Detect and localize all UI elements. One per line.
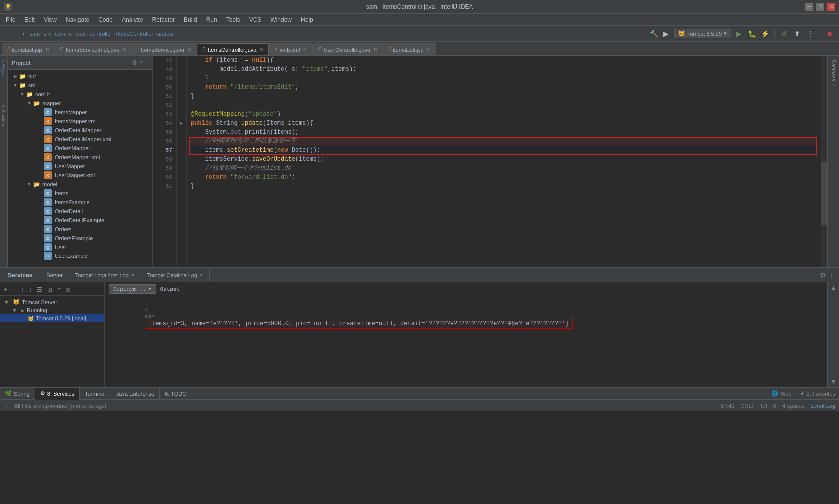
tab-close-localhost[interactable]: ✕ xyxy=(131,272,135,278)
scroll-down-button[interactable]: ▼ xyxy=(829,376,839,387)
bottom-tab-server[interactable]: Server xyxy=(40,268,69,282)
tab-close-itemsserviceimpl[interactable]: ✕ xyxy=(122,47,126,52)
service-tomcat-instance[interactable]: 🐱 Tomcat 8.5.29 [local] xyxy=(0,314,104,322)
tree-item-ordersmapper[interactable]: C OrdersMapper xyxy=(8,144,152,153)
rebuild-button[interactable]: 🔨 xyxy=(649,28,660,39)
menu-edit[interactable]: Edit xyxy=(20,15,39,24)
footer-tab-todo[interactable]: 6: TODO xyxy=(160,388,192,400)
run-config-button[interactable]: ▶ xyxy=(661,28,672,39)
tree-item-ordersmapper-xml[interactable]: X OrdersMapper.xml xyxy=(8,153,152,162)
run-button[interactable]: ▶ xyxy=(733,28,744,39)
code-content[interactable]: if (items != null){ model.addAttribute( … xyxy=(187,56,821,267)
tab-itemsservice[interactable]: I ItemsService.java ✕ xyxy=(132,43,197,55)
tab-close-itemsservice[interactable]: ✕ xyxy=(187,47,191,52)
deploy-button[interactable]: Deploym... ▾ xyxy=(109,284,156,294)
code-view[interactable]: 47 48 49 50 51 52 53 54 ▶ 55 56 57 58 59… xyxy=(153,56,827,267)
run-with-coverage[interactable]: ⚡ xyxy=(759,28,770,39)
svc-remove-button[interactable]: − xyxy=(10,285,18,294)
panel-settings-button[interactable]: ⚙ xyxy=(820,271,826,279)
footer-tab-java-enterprise[interactable]: Java Enterprise xyxy=(111,388,160,400)
activity-project[interactable]: 1: Project xyxy=(0,56,7,81)
status-encoding[interactable]: UTF-8 xyxy=(761,403,776,409)
tab-close-itemscontroller[interactable]: ✕ xyxy=(259,47,263,52)
tree-item-orders[interactable]: C Orders xyxy=(8,225,152,234)
tree-item-out[interactable]: ▶ 📁 out xyxy=(8,72,152,81)
tree-item-orderdetail[interactable]: C OrderDetail xyxy=(8,207,152,216)
menu-run[interactable]: Run xyxy=(202,15,221,24)
svc-filter-button[interactable]: ☰ xyxy=(35,285,44,294)
menu-view[interactable]: View xyxy=(40,15,61,24)
tree-item-model[interactable]: ▼ 📂 model xyxy=(8,180,152,189)
project-sort-button[interactable]: ≡ xyxy=(139,59,143,66)
tree-item-usermapper-xml[interactable]: X UserMapper.xml xyxy=(8,171,152,180)
bottom-tab-catalina-log[interactable]: Tomcat Catalina Log ✕ xyxy=(141,268,210,282)
tab-webxml[interactable]: X web.xml ✕ xyxy=(269,43,312,55)
tab-close-webxml[interactable]: ✕ xyxy=(303,47,307,52)
tomcat-dropdown[interactable]: 🐱 Tomcat 8.5.29 ▾ xyxy=(674,29,731,38)
nav-fwd-button[interactable]: → xyxy=(17,28,28,39)
tab-close-itemsedit[interactable]: ✕ xyxy=(427,47,431,52)
tree-item-src[interactable]: ▼ 📁 src xyxy=(8,81,152,90)
tab-close-itemslist[interactable]: ✕ xyxy=(45,47,49,52)
breadcrumb-update[interactable]: update xyxy=(157,31,174,37)
menu-help[interactable]: Help xyxy=(297,15,317,24)
service-running[interactable]: ▼ ▶ Running xyxy=(0,306,104,314)
stop-button[interactable]: ■ xyxy=(824,28,835,39)
tree-item-itemsmapper[interactable]: C ItemsMapper xyxy=(8,108,152,117)
tab-itemscontroller[interactable]: C ItemsController.java ✕ xyxy=(197,43,269,55)
tree-item-items[interactable]: C Items xyxy=(8,189,152,198)
footer-tab-services[interactable]: ⚙ 8: Services xyxy=(35,388,80,400)
menu-vcs[interactable]: VCS xyxy=(245,15,266,24)
tab-itemsedit[interactable]: J itemsEdit.jsp ✕ xyxy=(383,43,436,55)
tab-itemslist[interactable]: J itemsList.jsp ✕ xyxy=(2,43,55,55)
more-button[interactable]: ⋮ xyxy=(805,28,816,39)
tree-item-itemsexample[interactable]: C ItemsExample xyxy=(8,198,152,207)
tree-item-usermapper[interactable]: C UserMapper xyxy=(8,162,152,171)
breadcrumb-src[interactable]: src xyxy=(44,31,51,37)
breadcrumb-ssm[interactable]: ssm xyxy=(30,31,40,37)
svc-settings-icon[interactable]: ≡ xyxy=(55,285,63,294)
svc-plus-button[interactable]: ⊕ xyxy=(64,285,73,294)
footer-tab-spring[interactable]: 🌿 Spring xyxy=(0,388,35,400)
menu-navigate[interactable]: Navigate xyxy=(62,15,93,24)
tree-item-userexample[interactable]: C UserExample xyxy=(8,252,152,260)
menu-analyze[interactable]: Analyze xyxy=(118,15,147,24)
project-collapse-button[interactable]: − xyxy=(145,59,148,66)
event-log[interactable]: Event Log xyxy=(810,403,835,409)
activity-structure[interactable]: 2: Structure xyxy=(0,101,7,130)
svc-down-button[interactable]: ↓ xyxy=(27,285,34,294)
menu-tools[interactable]: Tools xyxy=(222,15,244,24)
menu-window[interactable]: Window xyxy=(266,15,296,24)
tab-close-catalina[interactable]: ✕ xyxy=(199,272,203,278)
menu-refactor[interactable]: Refactor xyxy=(148,15,179,24)
tree-item-orderdetailexample[interactable]: C OrderDetailExample xyxy=(8,216,152,225)
run-gutter[interactable]: ▶ xyxy=(177,119,186,128)
menu-build[interactable]: Build xyxy=(180,15,201,24)
tree-item-ordersexample[interactable]: C OrdersExample xyxy=(8,234,152,243)
breadcrumb-com[interactable]: com xyxy=(55,31,65,37)
tree-item-itemsmapper-xml[interactable]: X ItemsMapper.xml xyxy=(8,117,152,126)
menu-code[interactable]: Code xyxy=(94,15,117,24)
status-indent[interactable]: 4 spaces xyxy=(782,403,804,409)
svc-up-button[interactable]: ↑ xyxy=(19,285,26,294)
tree-item-user[interactable]: C User xyxy=(8,243,152,252)
panel-menu-button[interactable]: ⋮ xyxy=(828,271,835,279)
project-settings-button[interactable]: ⚙ xyxy=(132,59,137,66)
status-line-ending[interactable]: CRLF xyxy=(741,403,755,409)
tree-item-orderdetailmapper[interactable]: C OrderDetailMapper xyxy=(8,126,152,135)
minimize-button[interactable]: ─ xyxy=(805,3,813,11)
svc-add-button[interactable]: + xyxy=(2,285,9,294)
tree-item-mapper[interactable]: ▼ 📂 mapper xyxy=(8,99,152,108)
svc-group-button[interactable]: ⊞ xyxy=(45,285,54,294)
bottom-tab-localhost-log[interactable]: Tomcat Localhost Log ✕ xyxy=(69,268,141,282)
tree-item-comit[interactable]: ▼ 📁 com.it xyxy=(8,90,152,99)
service-tomcat-server[interactable]: ▼ 🐱 Tomcat Server xyxy=(0,298,104,306)
tab-itemsserviceimpl[interactable]: C ItemsServiceImpl.java ✕ xyxy=(55,43,132,55)
tab-close-usercontroller[interactable]: ✕ xyxy=(373,47,377,52)
footer-favorites-tab[interactable]: ★ 2: Favorites xyxy=(796,390,839,397)
footer-web-tab[interactable]: 🌐 Web xyxy=(767,390,795,397)
breadcrumb-controller[interactable]: controller xyxy=(90,31,112,37)
breadcrumb-web[interactable]: web xyxy=(76,31,86,37)
close-button[interactable]: ✕ xyxy=(827,3,835,11)
maximize-button[interactable]: □ xyxy=(816,3,824,11)
